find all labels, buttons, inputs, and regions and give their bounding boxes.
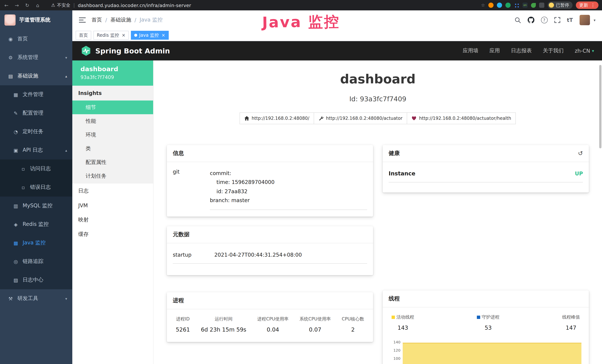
- service-url-link[interactable]: http://192.168.0.2:48080/: [239, 112, 314, 124]
- sba-nav-journal[interactable]: 日志报表: [511, 47, 532, 54]
- sidebar-item-api-logs[interactable]: ▣ API 日志 ▴: [0, 141, 72, 160]
- sidebar-item-infra[interactable]: ▤ 基础设施 ▴: [0, 67, 72, 85]
- fullscreen-icon[interactable]: [554, 17, 560, 23]
- app-header: 首页 / 基础设施 / Java 监控 ?: [72, 11, 602, 30]
- warning-icon: ⚠: [51, 3, 55, 8]
- instance-header: dashboard 93a3fc7f7409: [72, 60, 153, 86]
- app-brand[interactable]: 芋道管理系统: [0, 11, 72, 30]
- tab-redis-monitor[interactable]: Redis 监控 ×: [93, 31, 129, 40]
- extensions-puzzle-icon[interactable]: [539, 3, 544, 8]
- sidebar-item-home[interactable]: ◉ 首页: [0, 30, 72, 48]
- info-card: 信息 git commit: time: 1596289704000 id: 2…: [167, 145, 373, 217]
- extension-on-icon[interactable]: on: [522, 3, 528, 8]
- side-item-beans[interactable]: 类: [72, 142, 153, 155]
- search-icon[interactable]: [515, 17, 521, 23]
- address-bar[interactable]: ⚠ 不安全 | dashboard.yudao.iocoder.cn/infra…: [51, 2, 191, 8]
- actuator-url-link[interactable]: http://192.168.0.2:48080/actuator: [314, 112, 407, 124]
- tab-label: 首页: [79, 32, 88, 38]
- sidebar-item-redis-monitor[interactable]: ◈ Redis 监控: [0, 215, 72, 234]
- breadcrumb-home[interactable]: 首页: [92, 17, 102, 23]
- sidebar-item-tracing[interactable]: ◎ 链路追踪: [0, 252, 72, 271]
- y-tick: 100: [393, 356, 400, 361]
- legend-value: 53: [477, 324, 499, 331]
- close-icon[interactable]: ×: [161, 33, 165, 38]
- sidebar-item-config-manage[interactable]: ✎ 配置管理: [0, 104, 72, 122]
- sidebar-item-label: 研发工具: [17, 295, 38, 302]
- infra-icon: ▤: [7, 73, 14, 79]
- help-icon[interactable]: ?: [541, 17, 548, 23]
- metric-value: 2: [342, 326, 364, 333]
- sidebar-item-log-center[interactable]: ▨ 日志中心: [0, 271, 72, 289]
- side-item-environment[interactable]: 环境: [72, 128, 153, 142]
- sidebar-item-access-log[interactable]: ▫ 访问日志: [0, 160, 72, 178]
- tab-home[interactable]: 首页: [76, 31, 91, 40]
- scrollbar-thumb[interactable]: [599, 65, 602, 148]
- extension-lion-icon[interactable]: [488, 3, 494, 8]
- sba-nav-applications[interactable]: 应用: [489, 47, 500, 54]
- extension-grid-icon[interactable]: [514, 3, 519, 8]
- update-button[interactable]: 更新 ⋮: [576, 1, 599, 9]
- sidebar-item-mysql-monitor[interactable]: ▥ MySQL 监控: [0, 197, 72, 215]
- hamburger-icon[interactable]: [79, 17, 86, 23]
- close-icon[interactable]: ×: [122, 33, 125, 38]
- process-card: 进程 进程ID 5261 运行时间: [167, 292, 373, 342]
- health-row-instance: Instance UP: [389, 164, 583, 182]
- profile-paused-chip[interactable]: 已暂停: [548, 1, 572, 9]
- tab-java-monitor[interactable]: Java 监控 ×: [131, 31, 169, 40]
- side-item-details[interactable]: 细节: [72, 100, 153, 114]
- sidebar-item-dev-tools[interactable]: ⚒ 研发工具 ▾: [0, 289, 72, 308]
- sba-brand-label[interactable]: Spring Boot Admin: [95, 47, 170, 55]
- page-subtitle: Id: 93a3fc7f7409: [153, 95, 602, 103]
- process-metrics: 进程ID 5261 运行时间 6d 23h 15m 59s: [173, 311, 367, 335]
- sidebar-item-error-log[interactable]: ▫ 错误日志: [0, 178, 72, 197]
- locale-value: zh-CN: [575, 48, 590, 54]
- actuator-url: http://192.168.0.2:48080/actuator: [326, 116, 402, 121]
- text-size-icon[interactable]: tT: [567, 17, 573, 23]
- sidebar-item-label: Redis 监控: [23, 221, 49, 228]
- sidebar-item-file-manage[interactable]: ▦ 文件管理: [0, 85, 72, 104]
- sidebar-item-java-monitor[interactable]: ▩ Java 监控: [0, 234, 72, 252]
- insights-group-header[interactable]: Insights: [72, 86, 153, 100]
- active-dot-icon: [134, 34, 137, 37]
- home-icon[interactable]: ⌂: [35, 2, 40, 8]
- breadcrumb-current: Java 监控: [140, 17, 163, 23]
- instance-id: 93a3fc7f7409: [80, 75, 145, 80]
- side-item-caches[interactable]: 缓存: [72, 227, 153, 241]
- sidebar-item-label: MySQL 监控: [23, 203, 53, 209]
- side-item-config-props[interactable]: 配置属性: [72, 155, 153, 169]
- reload-icon[interactable]: ↻: [24, 2, 30, 8]
- breadcrumb-infra[interactable]: 基础设施: [110, 17, 131, 23]
- extension-check-icon[interactable]: [505, 3, 511, 8]
- bookmark-star-icon[interactable]: ☆: [481, 3, 485, 8]
- kebab-menu-icon[interactable]: ⋮: [591, 3, 595, 8]
- sba-nav-about[interactable]: 关于我们: [543, 47, 564, 54]
- health-url-link[interactable]: http://192.168.0.2:48080/actuator/health: [407, 112, 516, 124]
- extension-drop-icon[interactable]: [497, 3, 502, 8]
- history-icon[interactable]: ↺: [578, 150, 583, 157]
- side-item-mappings[interactable]: 映射: [72, 213, 153, 227]
- info-card-title: 信息: [167, 145, 373, 162]
- side-item-scheduled-tasks[interactable]: 计划任务: [72, 169, 153, 183]
- legend-label: 守护进程: [482, 314, 499, 321]
- github-icon[interactable]: [527, 17, 534, 23]
- sidebar-item-label: 配置管理: [23, 110, 43, 117]
- legend-daemon-threads: 守护进程 53: [477, 314, 499, 331]
- legend-peak-threads: 线程峰值 147: [562, 314, 580, 331]
- side-item-metrics[interactable]: 性能: [72, 114, 153, 128]
- live-threads-area: [403, 343, 581, 364]
- url-text: dashboard.yudao.iocoder.cn/infra/admin-s…: [78, 2, 191, 8]
- extension-leaf-icon[interactable]: [531, 3, 536, 8]
- locale-select[interactable]: zh-CN ▾: [575, 48, 594, 54]
- side-item-jvm[interactable]: JVM: [72, 198, 153, 213]
- sba-nav-wallboard[interactable]: 应用墙: [463, 47, 478, 54]
- sidebar-item-system[interactable]: ⚙ 系统管理 ▾: [0, 48, 72, 67]
- legend-label: 线程峰值: [562, 314, 580, 321]
- y-tick: 140: [393, 340, 400, 344]
- sba-logo-icon[interactable]: [80, 45, 92, 56]
- side-item-loggers[interactable]: 日志: [72, 183, 153, 198]
- profile-emoji-icon: [549, 3, 554, 8]
- sidebar-item-scheduled-jobs[interactable]: ◔ 定时任务: [0, 122, 72, 141]
- back-icon[interactable]: ←: [4, 2, 9, 8]
- forward-icon[interactable]: →: [14, 2, 20, 8]
- avatar[interactable]: [580, 15, 590, 25]
